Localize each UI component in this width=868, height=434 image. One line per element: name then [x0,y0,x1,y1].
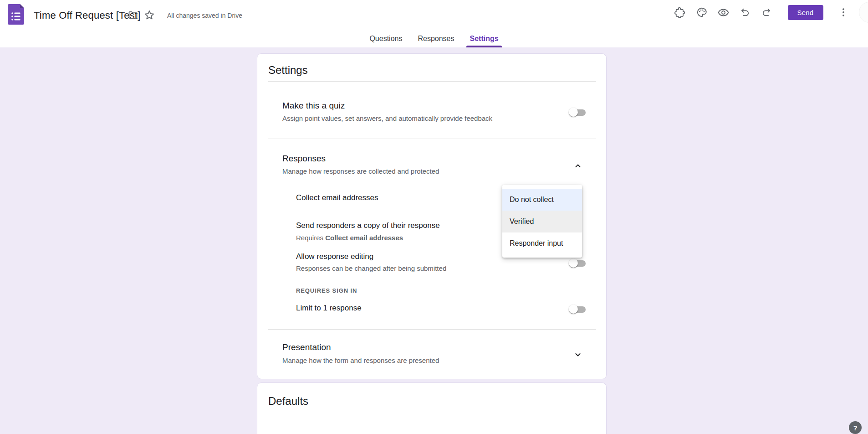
chevron-up-icon [573,161,582,170]
presentation-section-title: Presentation [282,341,331,353]
kebab-icon [838,7,849,18]
settings-page-content: Settings Make this a quiz Assign point v… [0,47,868,434]
star-icon [143,9,155,21]
requires-prefix: Requires [296,234,325,242]
star-form-button[interactable] [140,6,158,24]
save-status[interactable]: All changes saved in Drive [167,12,242,19]
settings-card-title: Settings [268,63,308,78]
send-copy-requires-note: Requires Collect email addresses [296,233,403,243]
make-quiz-toggle[interactable] [569,108,586,117]
customize-theme-button[interactable] [693,3,711,21]
toggle-knob [569,108,578,117]
divider [268,416,596,416]
limit-one-response-label: Limit to 1 response [296,303,362,314]
allow-editing-subtitle: Responses can be changed after being sub… [296,264,446,273]
toggle-knob [569,305,578,314]
google-forms-logo-icon[interactable] [8,4,25,25]
tab-settings[interactable]: Settings [467,32,500,47]
allow-editing-label: Allow response editing [296,251,373,262]
divider [268,81,596,82]
make-quiz-title: Make this a quiz [282,100,345,112]
collect-email-dropdown-menu: Do not collect Verified Responder input [502,185,582,258]
limit-one-response-toggle[interactable] [569,305,586,314]
undo-button[interactable] [736,3,754,21]
redo-button[interactable] [757,3,776,21]
responses-section-subtitle: Manage how responses are collected and p… [282,167,439,176]
send-copy-label: Send responders a copy of their response [296,220,440,231]
send-button[interactable]: Send [788,5,823,20]
collect-email-label: Collect email addresses [296,192,378,203]
chevron-down-icon [573,350,582,359]
tab-questions[interactable]: Questions [367,32,404,47]
allow-editing-toggle[interactable] [569,258,586,268]
palette-icon [696,6,708,18]
more-options-button[interactable] [834,3,853,21]
eye-icon [717,6,730,19]
redo-icon [761,7,772,18]
account-avatar[interactable] [859,2,868,23]
responses-collapse-button[interactable] [572,160,583,171]
toggle-knob [569,258,578,268]
menu-item-verified[interactable]: Verified [502,211,582,232]
requires-sign-in-header: REQUIRES SIGN IN [296,287,357,294]
help-button[interactable]: ? [849,421,862,434]
question-mark-icon: ? [853,424,857,432]
responses-section-title: Responses [282,153,326,165]
tab-responses[interactable]: Responses [415,32,456,47]
add-ons-button[interactable] [671,3,689,21]
make-quiz-subtitle: Assign point values, set answers, and au… [282,114,492,123]
requires-feature-name: Collect email addresses [325,234,403,242]
tab-settings-label: Settings [470,35,498,42]
move-to-folder-button[interactable] [124,6,142,24]
presentation-section-subtitle: Manage how the form and responses are pr… [282,356,439,365]
divider [268,139,596,139]
defaults-card: Defaults [257,382,607,434]
folder-icon [128,10,138,21]
menu-item-responder-input[interactable]: Responder input [502,232,582,254]
top-bar: Time Off Request [Test] All changes save… [0,0,868,47]
preview-button[interactable] [714,3,732,21]
undo-icon [740,7,751,18]
header-actions: Send [671,0,868,25]
defaults-card-title: Defaults [268,394,308,408]
presentation-expand-button[interactable] [572,349,583,360]
menu-item-do-not-collect[interactable]: Do not collect [502,189,582,211]
puzzle-icon [674,6,686,18]
divider [268,329,596,330]
tab-bar: Questions Responses Settings [0,32,868,47]
